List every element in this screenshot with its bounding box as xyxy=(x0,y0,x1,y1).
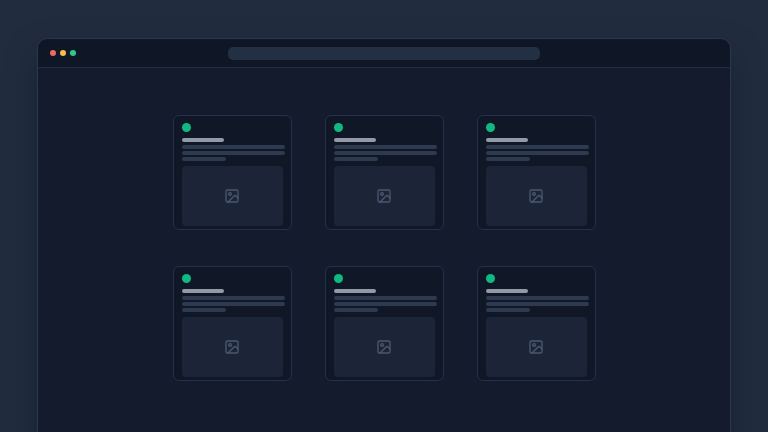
status-dot xyxy=(334,274,343,283)
image-placeholder-icon xyxy=(528,188,544,204)
skeleton-line xyxy=(334,157,378,161)
status-dot xyxy=(334,123,343,132)
image-placeholder-icon xyxy=(376,339,392,355)
card[interactable] xyxy=(477,115,596,230)
status-dot xyxy=(182,123,191,132)
status-dot xyxy=(486,274,495,283)
skeleton-line xyxy=(486,157,530,161)
skeleton-line xyxy=(182,157,226,161)
image-placeholder xyxy=(182,317,283,377)
browser-window xyxy=(37,38,731,432)
image-placeholder-icon xyxy=(224,188,240,204)
minimize-button[interactable] xyxy=(60,50,66,56)
image-placeholder-icon xyxy=(224,339,240,355)
skeleton-title xyxy=(486,138,528,142)
card[interactable] xyxy=(325,266,444,381)
skeleton-line xyxy=(486,296,589,300)
skeleton-title xyxy=(486,289,528,293)
skeleton-line xyxy=(334,151,437,155)
skeleton-title xyxy=(182,289,224,293)
image-placeholder xyxy=(334,166,435,226)
window-titlebar xyxy=(38,39,730,68)
skeleton-line xyxy=(486,302,589,306)
skeleton-line xyxy=(334,145,437,149)
skeleton-line xyxy=(182,151,285,155)
skeleton-line xyxy=(182,308,226,312)
skeleton-line xyxy=(486,151,589,155)
skeleton-line xyxy=(486,145,589,149)
card[interactable] xyxy=(173,266,292,381)
skeleton-line xyxy=(334,308,378,312)
skeleton-line xyxy=(334,302,437,306)
card[interactable] xyxy=(325,115,444,230)
image-placeholder-icon xyxy=(376,188,392,204)
status-dot xyxy=(486,123,495,132)
address-bar[interactable] xyxy=(228,47,540,60)
skeleton-title xyxy=(182,138,224,142)
image-placeholder xyxy=(486,166,587,226)
card[interactable] xyxy=(173,115,292,230)
skeleton-line xyxy=(486,308,530,312)
skeleton-title xyxy=(334,138,376,142)
skeleton-line xyxy=(182,145,285,149)
skeleton-title xyxy=(334,289,376,293)
page-background xyxy=(0,0,768,432)
window-content xyxy=(38,68,730,432)
traffic-lights xyxy=(50,50,76,56)
card[interactable] xyxy=(477,266,596,381)
image-placeholder xyxy=(182,166,283,226)
zoom-button[interactable] xyxy=(70,50,76,56)
skeleton-line xyxy=(182,296,285,300)
image-placeholder xyxy=(486,317,587,377)
skeleton-line xyxy=(334,296,437,300)
close-button[interactable] xyxy=(50,50,56,56)
card-grid xyxy=(38,68,730,381)
skeleton-line xyxy=(182,302,285,306)
status-dot xyxy=(182,274,191,283)
image-placeholder-icon xyxy=(528,339,544,355)
image-placeholder xyxy=(334,317,435,377)
